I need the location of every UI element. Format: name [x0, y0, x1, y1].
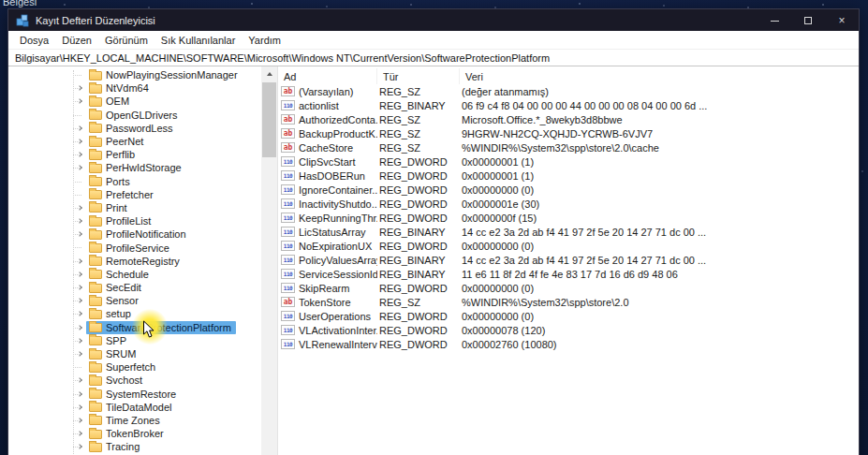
close-button[interactable]: × — [825, 9, 859, 31]
value-row-vlrenewalinterval[interactable]: 110VLRenewalIntervalREG_DWORD0x00002760 … — [278, 337, 859, 351]
tree-item-sensor[interactable]: Sensor — [8, 294, 261, 307]
folder-icon — [89, 243, 102, 253]
chevron-right-icon[interactable] — [73, 321, 86, 333]
chevron-right-icon[interactable] — [73, 295, 86, 307]
tree-item-srum[interactable]: SRUM — [8, 347, 261, 360]
tree-item-passwordless[interactable]: PasswordLess — [8, 122, 261, 135]
value-name: CacheStore — [299, 142, 353, 154]
tree-item-body: Superfetch — [86, 360, 160, 374]
value-row-policyvaluesarray[interactable]: 110PolicyValuesArrayREG_BINARY14 cc e2 3… — [278, 253, 859, 267]
chevron-right-icon[interactable] — [73, 201, 86, 213]
value-row-inactivityshutdo[interactable]: 110InactivityShutdo...REG_DWORD0x0000001… — [278, 197, 859, 211]
menu-item-d-zen[interactable]: Düzen — [55, 35, 98, 46]
tree-item-tiledatamodel[interactable]: TileDataModel — [8, 401, 261, 414]
scroll-up-button[interactable] — [261, 66, 277, 81]
chevron-right-icon[interactable] — [73, 348, 86, 360]
registry-tree: NowPlayingSessionManagerNtVdm64OEMOpenGL… — [8, 66, 261, 455]
value-row-actionlist[interactable]: 110actionlistREG_BINARY06 f9 c4 f8 04 00… — [278, 98, 859, 112]
chevron-right-icon[interactable] — [73, 255, 86, 267]
tree-item-opengldrivers[interactable]: OpenGLDrivers — [8, 109, 261, 122]
value-row-servicesessionid[interactable]: 110ServiceSessionIdREG_BINARY11 e6 11 8f… — [278, 267, 859, 281]
tree-item-body: SoftwareProtectionPlatform — [86, 321, 236, 334]
tree-item-profilenotification[interactable]: ProfileNotification — [8, 228, 261, 241]
chevron-right-icon[interactable] — [73, 136, 86, 148]
tree-item-label: OpenGLDrivers — [102, 110, 179, 121]
value-row-keeprunningthr[interactable]: 110KeepRunningThr...REG_DWORD0x0000000f … — [278, 211, 859, 225]
scrollbar-thumb[interactable] — [262, 82, 276, 157]
value-row-clipsvcstart[interactable]: 110ClipSvcStartREG_DWORD0x00000001 (1) — [278, 154, 859, 169]
folder-icon — [89, 84, 102, 94]
chevron-glyph — [77, 85, 82, 91]
menu-item-g-r-n-m[interactable]: Görünüm — [98, 35, 154, 46]
tree-item-spp[interactable]: SPP — [8, 334, 261, 347]
chevron-right-icon[interactable] — [73, 215, 86, 228]
tree-item-nowplayingsessionmanager[interactable]: NowPlayingSessionManager — [8, 68, 261, 81]
tree-scrollbar[interactable] — [261, 66, 277, 455]
menu-item-yard-m[interactable]: Yardım — [242, 35, 287, 46]
tree-item-secedit[interactable]: SecEdit — [8, 281, 261, 294]
chevron-right-icon[interactable] — [73, 122, 86, 134]
chevron-right-icon[interactable] — [73, 149, 86, 161]
expander-spacer — [73, 188, 86, 200]
tree-item-schedule[interactable]: Schedule — [8, 268, 261, 281]
chevron-right-icon[interactable] — [73, 82, 86, 95]
tree-item-svchost[interactable]: Svchost — [8, 374, 261, 387]
tree-item-superfetch[interactable]: Superfetch — [8, 360, 261, 374]
tree-item-systemrestore[interactable]: SystemRestore — [8, 388, 261, 401]
tree-item-peernet[interactable]: PeerNet — [8, 135, 261, 148]
tree-item-profileservice[interactable]: ProfileService — [8, 241, 261, 254]
chevron-right-icon[interactable] — [73, 388, 86, 400]
tree-item-perflib[interactable]: Perflib — [8, 148, 261, 161]
tree-item-tracing[interactable]: Tracing — [8, 440, 261, 453]
chevron-right-icon[interactable] — [73, 334, 86, 346]
tree-item-ports[interactable]: Ports — [8, 175, 261, 188]
column-header-ad[interactable]: Ad — [278, 68, 377, 84]
menu-item-dosya[interactable]: Dosya — [13, 35, 55, 46]
tree-item-tokenbroker[interactable]: TokenBroker — [8, 427, 261, 440]
chevron-right-icon[interactable] — [73, 162, 86, 174]
chevron-right-icon[interactable] — [73, 428, 86, 440]
value-row-useroperations[interactable]: 110UserOperationsREG_DWORD0x00000000 (0) — [278, 309, 859, 323]
maximize-button[interactable] — [791, 9, 825, 31]
folder-icon — [89, 190, 102, 199]
chevron-right-icon[interactable] — [73, 282, 86, 294]
minimize-button[interactable] — [758, 9, 791, 31]
chevron-right-icon[interactable] — [73, 441, 86, 453]
tree-item-print[interactable]: Print — [8, 201, 261, 214]
chevron-right-icon[interactable] — [73, 401, 86, 413]
value-row-vlactivationinter[interactable]: 110VLActivationInter...REG_DWORD0x000000… — [278, 323, 859, 337]
menu-item-s-k-kullan-lanlar[interactable]: Sık Kullanılanlar — [154, 35, 243, 46]
window-controls: × — [758, 9, 859, 31]
value-row-skiprearm[interactable]: 110SkipRearmREG_DWORD0x00000000 (0) — [278, 281, 859, 295]
column-header-t-r[interactable]: Tür — [377, 68, 460, 84]
address-bar[interactable]: Bilgisayar\HKEY_LOCAL_MACHINE\SOFTWARE\M… — [8, 49, 859, 66]
chevron-right-icon[interactable] — [73, 268, 86, 280]
value-row-tokenstore[interactable]: abTokenStoreREG_SZ%WINDIR%\System32\spp\… — [278, 295, 859, 309]
chevron-right-icon[interactable] — [73, 374, 86, 387]
tree-item-ntvdm64[interactable]: NtVdm64 — [8, 81, 261, 95]
value-row-licstatusarray[interactable]: 110LicStatusArrayREG_BINARY14 cc e2 3a 2… — [278, 225, 859, 239]
chevron-right-icon[interactable] — [73, 95, 86, 108]
value-row-noexpirationux[interactable]: 110NoExpirationUXREG_DWORD0x00000000 (0) — [278, 239, 859, 253]
tree-item-remoteregistry[interactable]: RemoteRegistry — [8, 255, 261, 268]
value-row-cachestore[interactable]: abCacheStoreREG_SZ%WINDIR%\System32\spp\… — [278, 140, 859, 154]
tree-item-prefetcher[interactable]: Prefetcher — [8, 188, 261, 201]
value-name-cell: 110NoExpirationUX — [278, 241, 377, 252]
tree-item-oem[interactable]: OEM — [8, 95, 261, 108]
folder-icon — [89, 138, 102, 147]
column-header-veri[interactable]: Veri — [460, 68, 859, 84]
tree-item-setup[interactable]: setup — [8, 307, 261, 320]
chevron-right-icon[interactable] — [73, 414, 86, 426]
value-row-backupproductk[interactable]: abBackupProductK...REG_SZ9HGRW-NH2CQ-XQH… — [278, 126, 859, 140]
tree-item-profilelist[interactable]: ProfileList — [8, 214, 261, 228]
chevron-right-icon[interactable] — [73, 308, 86, 320]
tree-item-time-zones[interactable]: Time Zones — [8, 414, 261, 427]
folder-icon — [89, 203, 102, 213]
value-row-varsay-lan[interactable]: ab(Varsayılan)REG_SZ(değer atanmamış) — [278, 84, 859, 98]
value-row-ignorecontainer[interactable]: 110IgnoreContainer...REG_DWORD0x00000000… — [278, 183, 859, 197]
value-row-hasdoberun[interactable]: 110HasDOBERunREG_DWORD0x00000001 (1) — [278, 169, 859, 183]
tree-item-perhwidstorage[interactable]: PerHwIdStorage — [8, 161, 261, 174]
value-row-authorizedconta[interactable]: abAuthorizedConta...REG_SZMicrosoft.Offi… — [278, 112, 859, 126]
chevron-right-icon[interactable] — [73, 228, 86, 241]
tree-item-softwareprotectionplatform[interactable]: SoftwareProtectionPlatform — [8, 321, 261, 334]
